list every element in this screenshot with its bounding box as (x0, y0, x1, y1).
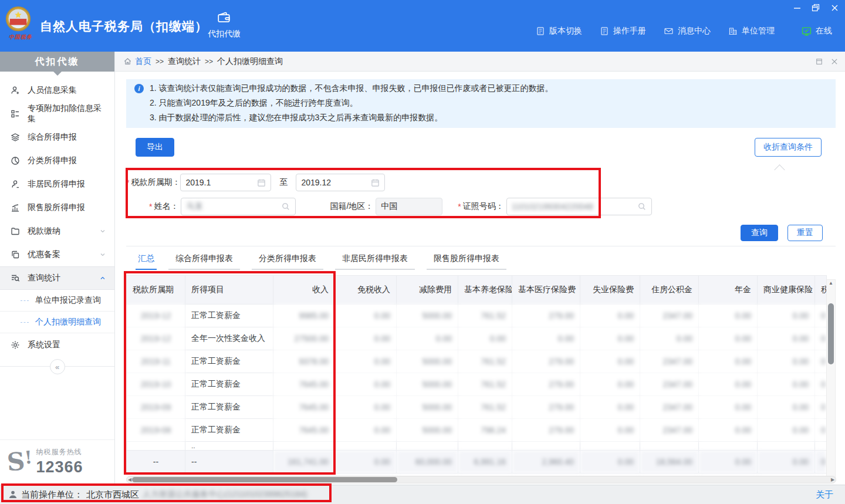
table-row[interactable]: 2019-08正常工资薪金7645.000.005000.00798.24279… (127, 419, 827, 442)
scroll-up-icon[interactable]: ▲ (827, 280, 835, 287)
tab-summary[interactable]: 汇总 (136, 252, 157, 270)
table-row[interactable]: 2019-12全年一次性奖金收入27500.000.000.000.000.00… (127, 327, 827, 350)
period-from-input[interactable]: 2019.1 (180, 174, 271, 191)
sidebar-item-special-deduction[interactable]: 专项附加扣除信息采集 (0, 102, 114, 126)
table-row-partial[interactable]: .. (127, 442, 827, 451)
sidebar-item-comprehensive-income[interactable]: 综合所得申报 (0, 126, 114, 149)
sidebar-item-personnel-info[interactable]: 人员信息采集 (0, 79, 114, 102)
table-cell: 279.00 (512, 419, 580, 442)
table-row[interactable]: 2019-09正常工资薪金7645.000.005000.00761.52279… (127, 396, 827, 419)
table-cell: 279.00 (512, 396, 580, 419)
table-cell: 9985.00 (273, 305, 335, 327)
tab-comprehensive-income[interactable]: 综合所得申报表 (168, 252, 240, 270)
notice-line: 1. 该查询统计表仅能查询已申报成功的数据，不包含未申报、申报失败，已申报但已作… (150, 81, 827, 96)
vertical-scrollbar-thumb[interactable] (828, 303, 834, 364)
search-list-icon (11, 273, 20, 283)
table-cell: 0.00 (758, 350, 815, 373)
sidebar-item-query-statistics[interactable]: 查询统计 (0, 266, 114, 290)
search-icon[interactable] (637, 202, 647, 211)
sidebar-subitem-personal-detail-query[interactable]: 个人扣缴明细查询 (0, 312, 114, 333)
menu-label: 操作手册 (613, 26, 646, 36)
table-cell: 2019-11 (127, 350, 185, 373)
vertical-scrollbar[interactable]: ▲ ▼ (826, 279, 836, 482)
tab-classified-income[interactable]: 分类所得申报表 (252, 252, 323, 270)
table-cell: 761.52 (458, 396, 512, 419)
sidebar-item-label: 系统设置 (28, 340, 60, 350)
column-header: 免税收入 (335, 276, 397, 305)
export-button[interactable]: 导出 (136, 138, 174, 157)
hotline-number: 12366 (36, 458, 83, 476)
close-icon[interactable] (830, 3, 839, 12)
table-cell: 0.00 (335, 419, 397, 442)
tab-restricted-stock[interactable]: 限售股所得申报表 (427, 252, 506, 270)
table-cell: 正常工资薪金 (185, 373, 273, 396)
sidebar-item-classified-income[interactable]: 分类所得申报 (0, 149, 114, 172)
sidebar-item-tax-payment[interactable]: 税款缴纳 (0, 219, 114, 243)
home-icon (123, 57, 132, 66)
breadcrumb-home[interactable]: 首页 (123, 56, 151, 67)
horizontal-scrollbar[interactable]: ◀ ▶ (126, 476, 836, 483)
about-link[interactable]: 关于 (816, 489, 833, 500)
sidebar-collapse-button[interactable]: « (50, 359, 65, 374)
table-cell: 0.00 (335, 305, 397, 327)
minimize-icon[interactable] (792, 3, 802, 12)
table-cell: 0.00 (335, 350, 397, 373)
menu-version-switch[interactable]: 版本切换 (536, 26, 582, 36)
period-to-input[interactable]: 2019.12 (296, 174, 385, 191)
nationality-input[interactable]: 中国 (376, 198, 442, 215)
table-cell: 0.00 (815, 396, 827, 419)
menu-message-center[interactable]: 消息中心 (664, 26, 711, 36)
restore-icon[interactable] (811, 3, 820, 12)
panel-restore-icon[interactable] (816, 58, 823, 65)
table-row[interactable]: 2019-12正常工资薪金9985.000.005000.00761.52279… (127, 305, 827, 327)
id-number-input[interactable]: 110102199304220048 (506, 198, 652, 215)
building-icon (728, 26, 738, 36)
person-icon (11, 180, 20, 189)
name-label: 姓名： (154, 201, 178, 212)
sidebar-subitem-unit-declare-query[interactable]: 单位申报记录查询 (0, 290, 114, 312)
to-label: 至 (279, 177, 288, 188)
table-cell: 0.00 (335, 396, 397, 419)
menu-unit-management[interactable]: 单位管理 (728, 26, 775, 36)
hotline-label: 纳税服务热线 (36, 447, 83, 457)
sidebar-item-nonresident-income[interactable]: 非居民所得申报 (0, 172, 114, 196)
sidebar-item-label: 专项附加扣除信息采集 (28, 103, 106, 124)
calendar-icon[interactable] (257, 178, 266, 187)
table-cell: 0.00 (815, 327, 827, 350)
sidebar-subitem-label: 个人扣缴明细查询 (35, 317, 101, 327)
table-cell: 7645.00 (273, 396, 335, 419)
sidebar-item-restricted-stock[interactable]: 限售股所得申报 (0, 196, 114, 219)
table-cell: 0.00 (699, 396, 758, 419)
column-header: 商业健康保险 (758, 276, 815, 305)
sidebar-item-system-settings[interactable]: 系统设置 (0, 333, 114, 357)
nav-tab-withholding[interactable]: 代扣代缴 (204, 9, 244, 39)
search-icon[interactable] (281, 202, 290, 211)
table-cell: 2347.00 (640, 373, 699, 396)
table-cell: 0.00 (580, 451, 640, 473)
table-row[interactable]: 2019-10正常工资薪金7645.000.005000.00761.52279… (127, 373, 827, 396)
menu-online-status[interactable]: 在线 (802, 26, 832, 36)
column-header: 住房公积金 (640, 276, 699, 305)
breadcrumb-level1[interactable]: 查询统计 (168, 56, 201, 67)
horizontal-scrollbar-thumb[interactable] (132, 477, 397, 482)
table-cell: 2019-12 (127, 327, 185, 350)
table-cell: 0.00 (758, 305, 815, 327)
menu-manual[interactable]: 操作手册 (600, 26, 646, 36)
table-row[interactable]: 2019-11正常工资薪金9378.000.005000.00761.52279… (127, 350, 827, 373)
bar-chart-icon (11, 203, 20, 212)
table-cell: 9378.00 (273, 350, 335, 373)
sidebar-item-preference-filing[interactable]: 优惠备案 (0, 243, 114, 266)
menu-label: 单位管理 (742, 26, 775, 36)
scroll-right-icon[interactable]: ▶ (830, 476, 836, 483)
calendar-icon[interactable] (371, 178, 380, 187)
collapse-query-button[interactable]: 收折查询条件 (755, 138, 822, 157)
name-input[interactable]: 马某 (181, 198, 296, 215)
table-cell: 全年一次性奖金收入 (185, 327, 273, 350)
panel-close-icon[interactable] (831, 58, 838, 65)
table-cell: 正常工资薪金 (185, 396, 273, 419)
reset-button[interactable]: 重置 (787, 225, 823, 241)
summary-row[interactable]: ----161,741.000.0060,000.006,991.162,960… (127, 451, 827, 473)
query-button[interactable]: 查询 (741, 225, 778, 241)
tab-nonresident-income[interactable]: 非居民所得申报表 (335, 252, 415, 270)
table-cell: 5000.00 (397, 350, 458, 373)
